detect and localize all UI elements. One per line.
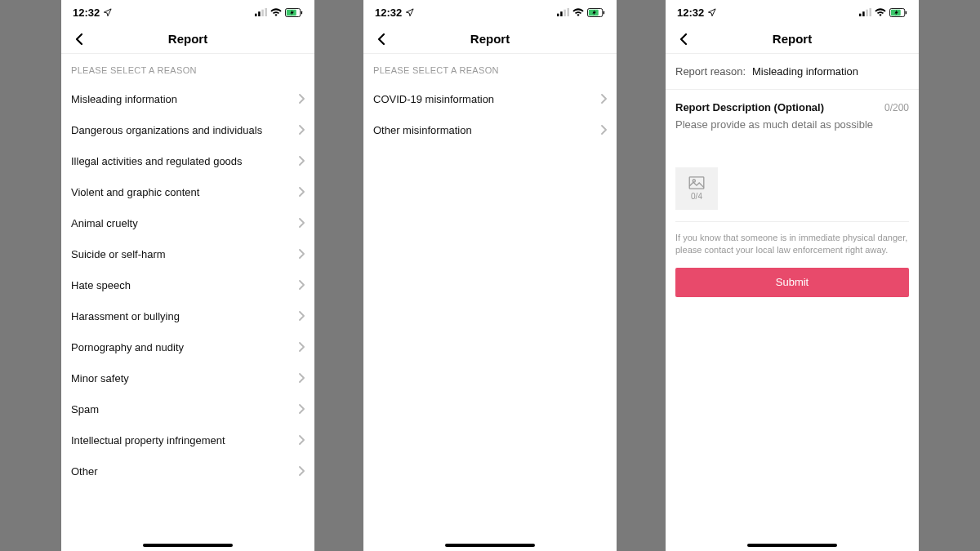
- nav-title: Report: [470, 32, 510, 46]
- svg-rect-21: [689, 177, 704, 189]
- list-item-label: Hate speech: [71, 279, 131, 291]
- list-item-label: Other: [71, 465, 98, 478]
- chevron-left-icon: [377, 33, 385, 46]
- cellular-icon: [255, 8, 267, 16]
- battery-icon: [889, 8, 907, 17]
- svg-rect-17: [870, 8, 872, 16]
- list-item[interactable]: COVID-19 misinformation: [363, 83, 617, 114]
- description-title: Report Description (Optional): [675, 101, 824, 113]
- back-button[interactable]: [69, 29, 89, 49]
- wifi-icon: [270, 8, 282, 16]
- battery-icon: [285, 8, 303, 17]
- list-item[interactable]: Other: [61, 455, 314, 487]
- chevron-right-icon: [298, 94, 305, 104]
- phone-screen-3: 12:32 Report Report reason: Misleading i…: [666, 0, 919, 551]
- list-item[interactable]: Spam: [61, 393, 314, 424]
- list-item-label: Illegal activities and regulated goods: [71, 155, 243, 167]
- report-reason-row: Report reason: Misleading information: [666, 54, 919, 90]
- list-item-label: Other misinformation: [373, 124, 472, 136]
- report-reason-label: Report reason:: [675, 65, 746, 78]
- chevron-right-icon: [298, 342, 305, 352]
- list-item[interactable]: Animal cruelty: [61, 207, 314, 238]
- status-time: 12:32: [73, 7, 100, 19]
- home-indicator[interactable]: [747, 544, 837, 547]
- svg-rect-3: [265, 8, 268, 16]
- chevron-right-icon: [600, 94, 607, 104]
- submit-button[interactable]: Submit: [675, 268, 909, 297]
- chevron-right-icon: [298, 249, 305, 259]
- list-item-label: Pornography and nudity: [71, 341, 184, 353]
- list-item-label: Intellectual property infringement: [71, 434, 225, 447]
- home-indicator[interactable]: [143, 544, 233, 547]
- image-upload-button[interactable]: 0/4: [675, 167, 718, 210]
- char-count: 0/200: [884, 102, 909, 113]
- list-item-label: Animal cruelty: [71, 217, 138, 229]
- disclaimer-text: If you know that someone is in immediate…: [666, 222, 919, 268]
- location-icon: [103, 8, 112, 17]
- description-input[interactable]: [675, 118, 909, 151]
- svg-rect-14: [859, 14, 862, 16]
- svg-rect-20: [906, 11, 906, 14]
- nav-title: Report: [773, 32, 812, 46]
- list-item[interactable]: Illegal activities and regulated goods: [61, 145, 314, 176]
- back-button[interactable]: [372, 29, 391, 49]
- status-time: 12:32: [375, 7, 402, 19]
- back-button[interactable]: [674, 29, 693, 49]
- wifi-icon: [875, 8, 886, 16]
- svg-rect-6: [301, 11, 302, 14]
- svg-rect-10: [568, 8, 570, 16]
- cellular-icon: [859, 8, 871, 16]
- chevron-left-icon: [75, 33, 83, 46]
- svg-rect-15: [862, 11, 865, 16]
- list-item-label: Harassment or bullying: [71, 310, 180, 322]
- list-item[interactable]: Other misinformation: [363, 114, 617, 145]
- status-time: 12:32: [677, 7, 704, 19]
- chevron-left-icon: [679, 33, 688, 46]
- location-icon: [405, 8, 414, 17]
- nav-bar: Report: [363, 24, 617, 54]
- nav-bar: Report: [61, 24, 314, 54]
- list-item[interactable]: Violent and graphic content: [61, 176, 314, 207]
- list-item[interactable]: Hate speech: [61, 269, 314, 300]
- chevron-right-icon: [298, 156, 305, 166]
- list-item-label: Dangerous organizations and individuals: [71, 124, 262, 136]
- chevron-right-icon: [600, 125, 607, 135]
- list-item[interactable]: Misleading information: [61, 83, 314, 114]
- chevron-right-icon: [298, 373, 305, 383]
- chevron-right-icon: [298, 311, 305, 321]
- list-item[interactable]: Harassment or bullying: [61, 300, 314, 331]
- location-icon: [707, 8, 716, 17]
- svg-rect-2: [261, 10, 264, 16]
- chevron-right-icon: [298, 280, 305, 290]
- svg-rect-13: [604, 11, 604, 14]
- reason-list: COVID-19 misinformationOther misinformat…: [363, 83, 617, 145]
- phone-screen-2: 12:32 Report PLEASE SELECT A REASON COVI…: [363, 0, 617, 551]
- chevron-right-icon: [298, 466, 305, 476]
- list-item-label: Spam: [71, 403, 99, 415]
- list-item[interactable]: Minor safety: [61, 362, 314, 393]
- list-item[interactable]: Dangerous organizations and individuals: [61, 114, 314, 145]
- list-item[interactable]: Suicide or self-harm: [61, 238, 314, 269]
- svg-rect-1: [258, 11, 261, 16]
- svg-rect-8: [560, 11, 563, 16]
- svg-rect-0: [255, 14, 257, 16]
- list-item-label: Violent and graphic content: [71, 186, 199, 198]
- list-item-label: Minor safety: [71, 372, 129, 384]
- svg-rect-9: [564, 10, 566, 16]
- list-item[interactable]: Intellectual property infringement: [61, 424, 314, 455]
- image-icon: [688, 176, 705, 189]
- section-header: PLEASE SELECT A REASON: [61, 54, 314, 83]
- section-header: PLEASE SELECT A REASON: [363, 54, 617, 83]
- chevron-right-icon: [298, 218, 305, 228]
- list-item-label: Misleading information: [71, 93, 177, 105]
- nav-title: Report: [168, 32, 207, 46]
- upload-count: 0/4: [691, 192, 702, 201]
- home-indicator[interactable]: [445, 544, 535, 547]
- phone-screen-1: 12:32 Report PLEASE SELECT A REASON Misl…: [61, 0, 314, 551]
- list-item[interactable]: Pornography and nudity: [61, 331, 314, 362]
- svg-rect-7: [557, 14, 559, 16]
- description-header: Report Description (Optional) 0/200: [666, 90, 919, 118]
- cellular-icon: [557, 8, 569, 16]
- chevron-right-icon: [298, 435, 305, 445]
- nav-bar: Report: [666, 24, 919, 54]
